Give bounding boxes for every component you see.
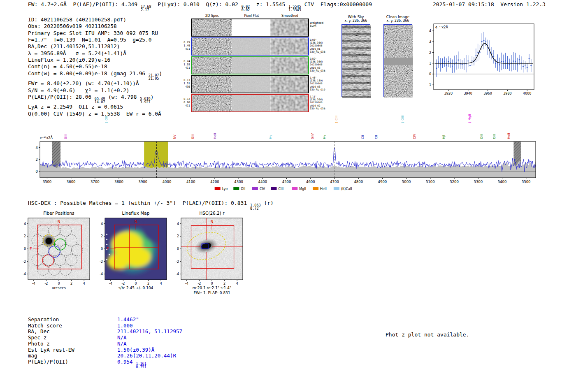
match-row-label: Est LyA rest-EW	[28, 347, 117, 353]
svg-text:s/b: 2.45 +/- 0.104: s/b: 2.45 +/- 0.104	[118, 286, 153, 290]
svg-text:0: 0	[177, 247, 179, 251]
svg-text:CII: CII	[374, 135, 378, 139]
info-line: ID: 4021106258 (4021106258.pdf)	[28, 16, 162, 23]
svg-text:-4: -4	[32, 282, 35, 285]
svg-text:5000: 5000	[402, 180, 411, 184]
info-line: Cont(n) = 4.50(±0.55)e-18	[28, 63, 162, 70]
svg-text:Lyα: Lyα	[222, 187, 228, 191]
info-line: P(LAE)/P(OII): 28.06 65.4914.07 (w: 4.79…	[28, 94, 162, 104]
match-row-value: 1.4462"	[117, 317, 139, 323]
lineflux-map-plot: -4-4-2-2002244Lineflux Maps/b: 2.45 +/- …	[92, 209, 171, 296]
svg-text:E: E	[107, 247, 109, 251]
match-row-value: 1.50(±0.39)Å	[117, 347, 154, 353]
cutout-row-images	[191, 19, 309, 37]
cutout-column-headers: 2D Spec Pixel Flat Smoothed	[182, 14, 331, 19]
info-line: S/N = 4.9(±0.6) χ² = 1.1(±0.2)	[28, 87, 162, 94]
svg-text:4000: 4000	[523, 92, 531, 95]
svg-text:HeII: HeII	[507, 133, 511, 139]
cutout-row-labels: WeightedSum	[309, 19, 330, 37]
stacked-uncertainty: 21.9721.95	[149, 74, 159, 80]
svg-text:2: 2	[429, 51, 431, 55]
svg-text:-4: -4	[23, 272, 26, 276]
stacked-uncertainty: 1.0630.72	[250, 204, 261, 210]
spec2d-cutout	[192, 57, 232, 74]
match-row-label: Match score	[28, 323, 117, 329]
svg-text:N: N	[211, 220, 214, 224]
svg-text:Hβ: Hβ	[442, 135, 446, 139]
cutout-row-stats: 0.291.49411	[182, 37, 191, 56]
match-row-value: 1.000	[117, 323, 133, 329]
svg-text:5400: 5400	[498, 180, 507, 184]
svg-text:e⁻¹⁷x2Å: e⁻¹⁷x2Å	[435, 25, 448, 29]
svg-text:4400: 4400	[258, 180, 267, 184]
svg-text:-4: -4	[176, 272, 179, 276]
match-table-row: Est LyA rest-EW1.50(±0.39)Å	[28, 347, 182, 353]
cutout-header-spacer	[182, 14, 192, 19]
match-table-row: mag20.26(20.11,20.44)R	[28, 353, 182, 359]
line-fit-chart: -10123439203940396039804000e⁻¹⁷x2Å	[419, 20, 539, 102]
info-line: F=1.7" T=0.139 N=1.01 A=0.95 g=25.0	[28, 37, 162, 43]
match-table-row: Spec zN/A	[28, 335, 182, 341]
svg-text:Hγ: Hγ	[269, 135, 272, 139]
svg-text:} OIII: } OIII	[401, 115, 404, 123]
svg-text:-2: -2	[197, 282, 201, 285]
match-row-value: 20.26(20.11,20.44)R	[117, 353, 176, 359]
with-sky-image	[341, 24, 370, 97]
stacked-uncertainty: 5.6193.927	[140, 97, 151, 104]
match-table-row: Photo zN/A	[28, 341, 182, 347]
pixelflat-cutout	[232, 76, 270, 93]
col-header-smoothed: Smoothed	[271, 14, 309, 19]
svg-text:4800: 4800	[354, 180, 363, 184]
svg-text:HeII: HeII	[320, 187, 327, 191]
svg-text:0: 0	[58, 282, 60, 285]
smoothed-cutout	[270, 76, 308, 93]
svg-text:5300: 5300	[474, 180, 483, 184]
stacked-uncertainty: 65.4914.07	[95, 97, 105, 104]
svg-text:2: 2	[101, 234, 103, 238]
svg-text:} OII: } OII	[105, 116, 108, 123]
svg-text:2: 2	[36, 158, 38, 162]
svg-text:3800: 3800	[114, 180, 123, 184]
svg-text:HeII: HeII	[213, 133, 217, 139]
svg-text:OIII: OIII	[492, 134, 496, 139]
svg-text:(K)CaII: (K)CaII	[341, 187, 352, 191]
svg-text:EWr: 1. PLAE: 0.831: EWr: 1. PLAE: 0.831	[193, 291, 230, 295]
cutout-row-stats	[182, 19, 191, 37]
match-row-value: N/A	[117, 335, 127, 341]
svg-text:2: 2	[24, 234, 26, 238]
svg-text:Hγ: Hγ	[323, 135, 326, 139]
info-line: EWr = 8.40(±2.20) (w: 4.70(±1.10))Å	[28, 80, 162, 87]
cutout-row-labels: 0.93"(236, 366)20220506v019_01330_RU_03B	[309, 37, 330, 56]
fiber-positions-plot: -4-4-2-2002244Fiber PositionsarcsecsNE	[15, 209, 94, 296]
cutout-row-stats: 0.131.51430	[182, 75, 191, 93]
svg-text:4: 4	[160, 282, 162, 285]
svg-text:0: 0	[24, 247, 26, 251]
match-table-row: RA, Dec211.402116, 51.112957	[28, 329, 182, 335]
cutout-row-labels: 0.50"(236, 366)20220506v019_03330_RU_03B	[309, 56, 330, 74]
svg-text:3940: 3940	[464, 92, 472, 95]
svg-text:CIII: CIII	[279, 187, 284, 191]
svg-text:0: 0	[429, 72, 431, 76]
with-sky-coords: x, y: 236, 366	[341, 19, 371, 23]
clean-image	[383, 24, 412, 97]
stacked-uncertainty: 1.55451.5545	[288, 5, 301, 12]
svg-text:5500: 5500	[522, 180, 531, 184]
info-line: Cont(w) = 8.00(±0.09)e-18 (gmag 21.96 21…	[28, 70, 162, 81]
clean-image-title: Clean Image	[383, 15, 413, 19]
cutout-row-labels: 1.46"(238, 189)20220506v019_03330_RU_019	[309, 75, 330, 93]
svg-text:SiIV: SiIV	[311, 133, 314, 139]
cutout-row-images	[191, 37, 309, 56]
svg-text:3960: 3960	[483, 92, 492, 95]
svg-text:3500: 3500	[43, 180, 52, 184]
svg-text:MgII: MgII	[299, 187, 306, 191]
info-line: Primary Spec_Slot_IFU_AMP: 330_092_075_R…	[28, 30, 162, 37]
match-row-label: mag	[28, 353, 117, 359]
detection-info: ID: 4021106258 (4021106258.pdf)Obs: 2022…	[28, 16, 162, 117]
info-line: LineFlux = 1.20(±0.29)e-16	[28, 57, 162, 63]
svg-text:4300: 4300	[234, 180, 243, 184]
svg-text:4900: 4900	[378, 180, 387, 184]
svg-text:0: 0	[135, 282, 137, 285]
col-header-pixel-flat: Pixel Flat	[232, 14, 271, 19]
svg-text:e⁻¹⁷x2Å: e⁻¹⁷x2Å	[40, 135, 53, 140]
svg-text:0: 0	[36, 169, 38, 174]
